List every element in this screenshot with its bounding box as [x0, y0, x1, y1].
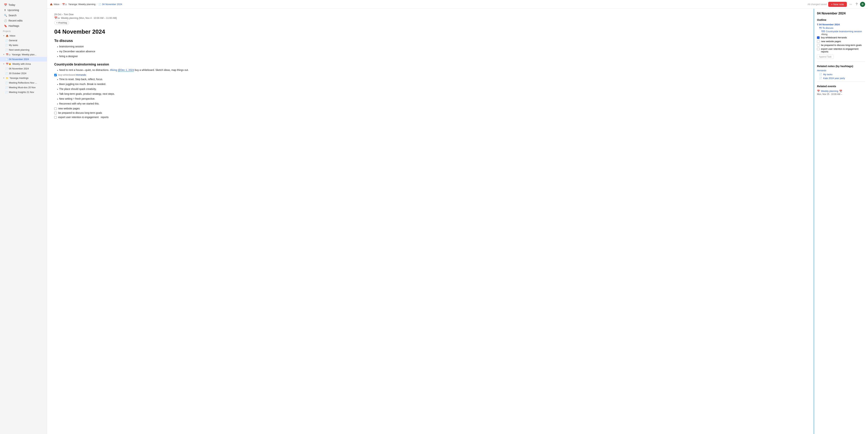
panel-checkbox-reports-text: export user retention & engagement repor…	[821, 48, 865, 53]
doc-meta: 29 Oct – Tom Dow 📅🗂 Weekly planning (Mon…	[54, 13, 807, 25]
tree-item-06-november-2024[interactable]: 📄06 November 2024	[0, 66, 47, 71]
weekly-with-anna-icon: 📅🐱	[6, 63, 11, 65]
upcoming-icon: ⬆	[4, 9, 6, 11]
save-status: All changed saved	[808, 3, 827, 6]
divider1	[817, 61, 865, 62]
outline-h3[interactable]: ¶¶¶ Countryside brainstorming session	[817, 30, 865, 33]
04-november-2024-icon: 📄	[5, 58, 8, 61]
related-note-mytasks[interactable]: 📄 My tasks	[817, 72, 865, 76]
doc-hashtag-add[interactable]: + #hashtag	[54, 21, 69, 25]
bullet-brainstorming: • brainstorming session	[54, 44, 807, 49]
right-panel: 04 November 2024 Outline ¶ 04 November 2…	[814, 9, 868, 434]
doc-author: 29 Oct – Tom Dow	[54, 13, 807, 16]
panel-checkbox-website: new website pages	[817, 39, 865, 43]
panel-checkbox-longterm: be prepared to discuss long-term goals	[817, 43, 865, 47]
chevron-inbox: ▼	[3, 35, 5, 37]
tree-item-yaranga-weekly[interactable]: ▼📅🗂Yaranga: Weekly plan...	[0, 52, 47, 57]
tree-item-04-november-2024[interactable]: 📄04 November 2024	[0, 57, 47, 61]
04-november-2024-label: 04 November 2024	[9, 58, 29, 61]
tree-item-inbox[interactable]: ▼📥Inbox	[0, 33, 47, 38]
meeting-mustdos-label: Meeting Must-dos 20 Nov	[9, 86, 36, 89]
bullet-vacation: • my December vacation absence	[54, 49, 807, 54]
tree-item-general[interactable]: 📄General	[0, 38, 47, 43]
today-icon: 📅	[4, 3, 7, 6]
tree-item-my-tasks[interactable]: 📄My tasks	[0, 43, 47, 48]
related-note-kate[interactable]: 📄 Kate 2024 year party	[817, 76, 865, 80]
bullet-longterm: • Talk long-term goals, product strategy…	[54, 92, 807, 97]
event-link-icon: 📆	[839, 90, 842, 92]
tree-item-next-week-planning[interactable]: 📄Next week planning	[0, 48, 47, 52]
checkbox-longterm-goals-input[interactable]	[54, 112, 57, 114]
panel-checkbox-reports-box[interactable]	[817, 48, 819, 50]
checkbox-buy-whiteboard-input[interactable]	[54, 74, 57, 76]
panel-checkbox-whiteboard: ✓ buy whiteboard #errands	[817, 36, 865, 39]
help-button[interactable]: ?	[855, 2, 859, 7]
main-area: 📥 Inbox / 📅🗂 Yaranga: Weekly planning / …	[47, 0, 868, 434]
related-note-kate-text: Kate 2024 year party	[823, 77, 845, 80]
panel-checkbox-website-box[interactable]	[817, 40, 819, 43]
today-label: Today	[8, 3, 15, 6]
doc-title: 04 November 2024	[54, 28, 807, 35]
breadcrumb-yaranga[interactable]: Yaranga: Weekly planning	[68, 3, 95, 6]
topbar: 📥 Inbox / 📅🗂 Yaranga: Weekly planning / …	[47, 0, 868, 9]
errands-tag[interactable]: #errands	[76, 73, 86, 76]
sidebar-nav-search[interactable]: 🔍Search	[1, 13, 46, 18]
checkbox-export-reports-input[interactable]	[54, 116, 57, 119]
breadcrumb-current: 04 November 2024	[102, 3, 122, 6]
tree-item-meeting-reflections[interactable]: 📄Meeting Reflections Nov ...	[0, 81, 47, 85]
related-notes-label: Related notes (by hashtags)	[817, 65, 865, 68]
projects-label: Projects	[0, 29, 47, 33]
inbox-label: Inbox	[9, 34, 16, 37]
sidebar: 📅Today⬆Upcoming🔍Search🕐Recent edits🔖Hash…	[0, 0, 47, 434]
tree-item-yaranga-meetings[interactable]: ▼📁Yaranga meetings	[0, 76, 47, 80]
bullet-fresh: • New setting = fresh perspective.	[54, 97, 807, 101]
meeting-mustdos-icon: 📄	[5, 86, 8, 89]
living-tag[interactable]: #living	[110, 68, 117, 71]
panel-checkbox-longterm-text: be prepared to discuss long-term goals	[821, 44, 862, 46]
checkbox-new-website-input[interactable]	[54, 107, 57, 110]
more-options-button[interactable]: ···	[848, 2, 853, 7]
related-event[interactable]: 📅 Weekly planning 📆	[817, 89, 865, 93]
chevron-yaranga-meetings: ▼	[3, 77, 5, 79]
sidebar-nav-today[interactable]: 📅Today	[1, 2, 46, 7]
errands-hashtag-link[interactable]: #errands	[817, 69, 865, 72]
yaranga-weekly-label: Yaranga: Weekly plan...	[12, 53, 36, 56]
outline-h3-text: Countryside brainstorming session	[826, 30, 862, 33]
breadcrumb: 📥 Inbox / 📅🗂 Yaranga: Weekly planning / …	[50, 3, 122, 6]
chevron-weekly-with-anna: ▼	[3, 63, 5, 65]
panel-checkbox-website-text: new website pages	[821, 40, 841, 43]
avatar[interactable]: D	[860, 2, 865, 7]
chevron-yaranga-weekly: ▼	[3, 54, 5, 56]
upcoming-label: Upcoming	[8, 9, 19, 11]
outline-h1[interactable]: ¶ 04 November 2024	[817, 23, 865, 26]
sidebar-nav-upcoming[interactable]: ⬆Upcoming	[1, 8, 46, 13]
doc-event-link[interactable]: 📅🗂 Weekly planning (Mon, Nov 4 · 10:00 A…	[54, 17, 807, 19]
nav-items: 📅Today⬆Upcoming🔍Search🕐Recent edits🔖Hash…	[0, 2, 47, 29]
date-link[interactable]: @Dec 1, 2024	[118, 68, 134, 72]
tree-item-meeting-insights[interactable]: 📄Meeting Insights 21 Nov	[0, 90, 47, 94]
tree-item-meeting-mustdos[interactable]: 📄Meeting Must-dos 20 Nov	[0, 85, 47, 90]
bullet-reconnect: • Reconnect with why we started this.	[54, 101, 807, 106]
append-task-button[interactable]: Append Task	[817, 55, 833, 59]
checkbox-new-website-label: new website pages	[58, 107, 80, 110]
meeting-insights-label: Meeting Insights 21 Nov	[9, 91, 34, 93]
general-label: General	[9, 39, 17, 42]
new-note-button[interactable]: + New note	[828, 2, 847, 7]
breadcrumb-inbox[interactable]: Inbox	[54, 3, 60, 6]
related-note-mytasks-text: My tasks	[823, 73, 832, 76]
checkbox-buy-whiteboard-label: buy whiteboard #errands	[58, 73, 86, 76]
sidebar-nav-hashtags[interactable]: 🔖Hashtags	[1, 23, 46, 28]
panel-checkbox-whiteboard-box[interactable]: ✓	[817, 36, 819, 39]
tree-item-30-october-2024[interactable]: 📄30 October 2024	[0, 71, 47, 75]
tree-item-weekly-with-anna[interactable]: ▼📅🐱Weekly with Anna	[0, 62, 47, 66]
outline-h2[interactable]: ¶¶ To discuss	[817, 26, 865, 30]
bullet-rent-house: • Need to rent a house—quiet, no distrac…	[54, 68, 807, 73]
30-october-2024-icon: 📄	[5, 72, 8, 75]
checkbox-export-reports-label: export user retention & engagement repor…	[58, 116, 109, 119]
checkbox-new-website: new website pages	[54, 106, 807, 111]
topbar-right: All changed saved + New note ··· ? D	[808, 2, 865, 7]
yaranga-meetings-icon: 📁	[6, 77, 8, 80]
sidebar-nav-recent-edits[interactable]: 🕐Recent edits	[1, 18, 46, 23]
my-tasks-icon: 📄	[5, 44, 8, 46]
panel-checkbox-longterm-box[interactable]	[817, 44, 819, 46]
